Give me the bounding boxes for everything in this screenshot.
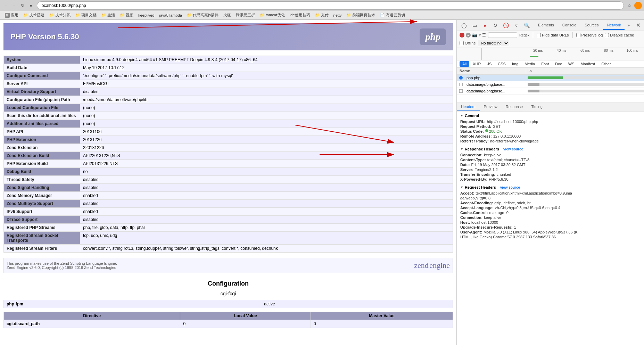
- type-manifest-button[interactable]: Manifest: [578, 61, 598, 67]
- type-ws-button[interactable]: WS: [565, 61, 577, 67]
- detail-tab-preview[interactable]: Preview: [480, 103, 502, 111]
- bookmark-frontend[interactable]: 📁 前端网页技术: [344, 12, 377, 18]
- data-indicator2: [459, 89, 463, 93]
- offline-checkbox[interactable]: Offline: [460, 41, 476, 45]
- network-bar-fill: [528, 76, 563, 79]
- type-js-button[interactable]: JS: [484, 61, 494, 67]
- bookmark-tech-build[interactable]: 📁 技术搭建: [21, 12, 47, 18]
- inspect-icon-button[interactable]: ◯: [460, 20, 469, 30]
- home-button[interactable]: ●: [27, 2, 35, 9]
- info-value: './configure' '--prefix=/media/simon/dat…: [80, 72, 453, 80]
- type-all-button[interactable]: All: [460, 61, 469, 67]
- address-bar[interactable]: [37, 1, 624, 10]
- hide-data-urls-checkbox[interactable]: Hide data URLs: [537, 33, 569, 37]
- tab-elements[interactable]: Elements: [534, 21, 558, 30]
- record-icon-button[interactable]: ●: [480, 20, 489, 30]
- throttle-select[interactable]: No throttling: [478, 40, 509, 46]
- mobile-icon-button[interactable]: ▭: [470, 20, 479, 30]
- resp-label-connection: Connection:: [460, 153, 482, 157]
- info-value: FPM/FastCGI: [80, 80, 453, 88]
- bookmark-tech-know[interactable]: 📁 技术知识: [47, 12, 73, 18]
- more-tabs-button[interactable]: »: [625, 21, 633, 30]
- type-xhr-button[interactable]: XHR: [470, 61, 484, 67]
- detail-tab-response[interactable]: Response: [502, 103, 527, 111]
- detail-tab-headers[interactable]: Headers: [457, 103, 480, 111]
- table-row: Additional .ini files parsed(none): [4, 120, 453, 128]
- network-item-php[interactable]: php.php: [457, 75, 644, 81]
- php-logo-text: php: [425, 31, 440, 42]
- tab-console[interactable]: Console: [558, 21, 580, 30]
- bookmark-pay[interactable]: 📁 支付: [313, 12, 331, 18]
- response-headers-title[interactable]: Response Headers view source: [460, 147, 641, 151]
- tab-sources[interactable]: Sources: [580, 21, 603, 30]
- info-label: Loaded Configuration File: [4, 104, 80, 112]
- info-label: Virtual Directory Support: [4, 88, 80, 96]
- resp-label-server: Server:: [460, 167, 473, 172]
- bookmark-ide[interactable]: ide使用技巧: [288, 12, 312, 18]
- filter-icon-button[interactable]: ▿: [512, 20, 521, 30]
- type-img-button[interactable]: Img: [509, 61, 521, 67]
- back-button[interactable]: ←: [2, 2, 10, 9]
- filter-search-box[interactable]: [488, 32, 517, 38]
- star-icon[interactable]: ☆: [626, 2, 633, 9]
- req-label-user-agent: User-Agent:: [460, 230, 482, 234]
- info-label: Debug Build: [4, 168, 80, 176]
- bookmark-life[interactable]: 📁 生活: [99, 12, 117, 18]
- close-name-col: ✕: [526, 68, 535, 74]
- network-item-data2[interactable]: data:image/png;base...: [457, 88, 644, 95]
- type-doc-button[interactable]: Doc: [552, 61, 565, 67]
- info-label: System: [4, 56, 80, 64]
- refresh-button[interactable]: ↻: [19, 2, 26, 9]
- info-value: Linux simon-pc 4.9.0-deepin4-amd64 #1 SM…: [80, 56, 453, 64]
- info-value: disabled: [80, 184, 453, 192]
- search-network-button[interactable]: ☰: [482, 33, 486, 38]
- preserve-log-checkbox[interactable]: Preserve log: [576, 33, 603, 37]
- tab-network[interactable]: Network: [603, 21, 625, 30]
- clear-icon-button[interactable]: 🚫: [501, 20, 510, 30]
- close-devtools-button[interactable]: ✕: [633, 20, 644, 31]
- bookmark-java8[interactable]: java8 lambda: [157, 13, 184, 18]
- request-view-source[interactable]: view source: [500, 186, 520, 189]
- network-item-data1[interactable]: data:image/png;base...: [457, 81, 644, 88]
- bookmark-video[interactable]: 📁 视频: [118, 12, 135, 18]
- detail-row-status: Status Code: 200 OK: [460, 129, 641, 134]
- general-section-title[interactable]: General: [460, 114, 641, 118]
- table-row: Debug Buildno: [4, 168, 453, 176]
- type-media-button[interactable]: Media: [522, 61, 538, 67]
- filter-search-input[interactable]: [490, 33, 515, 37]
- req-row-accept2: ge/webp,*/*;q=0.8: [460, 196, 641, 200]
- stop-button[interactable]: ■: [466, 33, 471, 38]
- resp-label-powered: X-Powered-By:: [460, 177, 487, 181]
- type-css-button[interactable]: CSS: [495, 61, 509, 67]
- filter-toggle-button[interactable]: ▿: [479, 33, 481, 38]
- req-row-user-agent2: HTML, like Gecko) Chrome/57.0.2987.133 S…: [460, 235, 641, 239]
- bookmark-firefox[interactable]: 火狐: [221, 12, 233, 18]
- bookmark-tomcat[interactable]: 📁 tomcat优化: [258, 12, 287, 18]
- table-row: Zend Memory Managerenabled: [4, 192, 453, 200]
- bookmark-apps[interactable]: ⊞ 应用: [3, 12, 20, 18]
- camera-button[interactable]: 📷: [472, 33, 477, 38]
- bookmark-youdao[interactable]: 📄 有道云剪切: [378, 12, 407, 18]
- local-value-cell: 0: [180, 320, 311, 328]
- info-value: 220131226: [80, 144, 453, 152]
- table-header-row: Directive Local Value Master Value: [4, 312, 453, 320]
- type-font-button[interactable]: Font: [538, 61, 552, 67]
- refresh-icon-button[interactable]: ↻: [491, 20, 500, 30]
- request-headers-title[interactable]: Request Headers view source: [460, 185, 641, 189]
- type-other-button[interactable]: Other: [598, 61, 614, 67]
- bookmark-keeplived[interactable]: keeplived: [136, 13, 156, 18]
- response-view-source[interactable]: view source: [503, 147, 523, 151]
- bookmark-netty[interactable]: netty: [331, 13, 344, 18]
- forward-button[interactable]: →: [10, 2, 18, 9]
- detail-value-status: 200 OK: [489, 129, 502, 133]
- webpage-content: PHP Version 5.6.30 php SystemLinux simon…: [0, 20, 456, 345]
- config-simple-table: php-fpm active: [3, 300, 453, 308]
- bookmark-code-highlight[interactable]: 📁 代码高亮js插件: [185, 12, 221, 18]
- bookmark-tencent[interactable]: 腾讯元三折: [234, 12, 257, 18]
- regex-button[interactable]: Regex: [519, 33, 529, 37]
- detail-tab-timing[interactable]: Timing: [527, 103, 547, 111]
- disable-cache-checkbox[interactable]: Disable cache: [605, 33, 634, 37]
- search-icon-button[interactable]: 🔍: [522, 20, 531, 30]
- bookmark-project[interactable]: 📁 项目文档: [73, 12, 99, 18]
- network-bar-fill3: [528, 90, 539, 92]
